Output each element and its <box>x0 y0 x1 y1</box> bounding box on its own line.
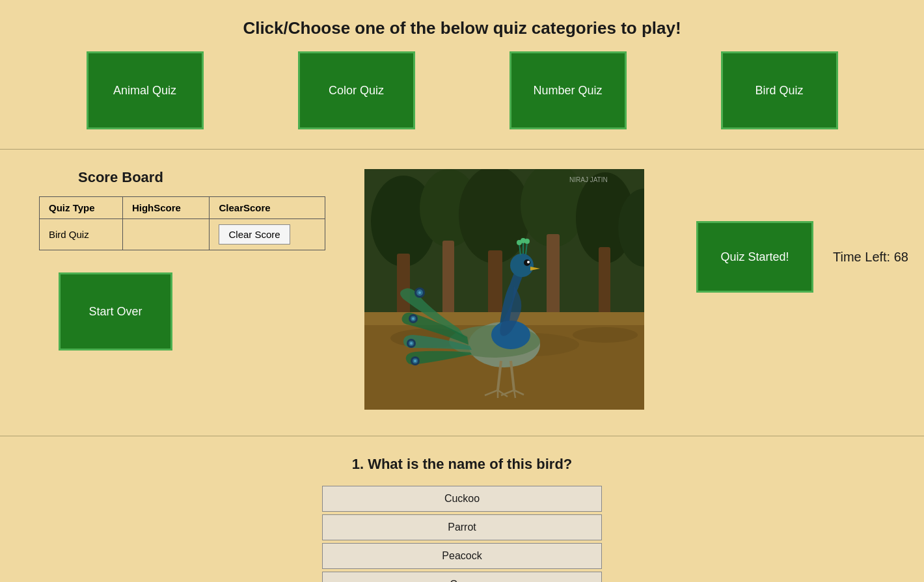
row-clear-score-cell: Clear Score <box>210 219 325 250</box>
quiz-started-row: Quiz Started! Time Left: 68 <box>696 221 908 293</box>
score-table: Quiz Type HighScore ClearScore Bird Quiz… <box>39 196 325 250</box>
svg-point-35 <box>412 317 414 320</box>
image-section: NIRAJ JATIN <box>364 169 644 410</box>
svg-point-19 <box>510 254 534 277</box>
middle-section: Score Board Quiz Type HighScore ClearSco… <box>0 150 924 423</box>
svg-point-32 <box>418 291 421 294</box>
left-section: Score Board Quiz Type HighScore ClearSco… <box>39 169 338 351</box>
answer-option-1[interactable]: Parrot <box>322 514 602 540</box>
bird-quiz-button[interactable]: Bird Quiz <box>721 51 838 129</box>
svg-text:NIRAJ JATIN: NIRAJ JATIN <box>569 176 608 183</box>
time-left-label: Time Left: 68 <box>833 250 908 265</box>
bird-image-container: NIRAJ JATIN <box>364 169 644 410</box>
quiz-started-button[interactable]: Quiz Started! <box>696 221 813 293</box>
question-text: 1. What is the name of this bird? <box>352 456 573 473</box>
svg-rect-11 <box>547 234 560 319</box>
svg-point-38 <box>410 342 413 345</box>
svg-rect-12 <box>599 247 610 319</box>
quiz-buttons-row: Animal Quiz Color Quiz Number Quiz Bird … <box>0 51 924 129</box>
svg-point-27 <box>524 239 530 244</box>
answer-option-3[interactable]: Crow <box>322 572 602 582</box>
bird-image-svg: NIRAJ JATIN <box>364 169 644 410</box>
animal-quiz-button[interactable]: Animal Quiz <box>87 51 204 129</box>
answer-option-0[interactable]: Cuckoo <box>322 486 602 512</box>
col-quiz-type: Quiz Type <box>40 197 123 219</box>
color-quiz-button[interactable]: Color Quiz <box>298 51 415 129</box>
col-clear-score: ClearScore <box>210 197 325 219</box>
table-row: Bird Quiz Clear Score <box>40 219 325 250</box>
clear-score-button[interactable]: Clear Score <box>219 224 290 245</box>
answer-option-2[interactable]: Peacock <box>322 543 602 569</box>
row-high-score <box>122 219 210 250</box>
right-section: Quiz Started! Time Left: 68 <box>696 221 908 293</box>
svg-point-41 <box>414 360 416 362</box>
svg-point-17 <box>573 327 638 343</box>
row-quiz-type: Bird Quiz <box>40 219 123 250</box>
start-over-button[interactable]: Start Over <box>59 272 172 351</box>
svg-point-21 <box>527 261 530 263</box>
scoreboard-title: Score Board <box>78 169 163 186</box>
page-title: Click/Choose one of the below quiz categ… <box>0 0 924 51</box>
number-quiz-button[interactable]: Number Quiz <box>510 51 627 129</box>
question-section: 1. What is the name of this bird? Cuckoo… <box>0 436 924 582</box>
col-high-score: HighScore <box>122 197 210 219</box>
